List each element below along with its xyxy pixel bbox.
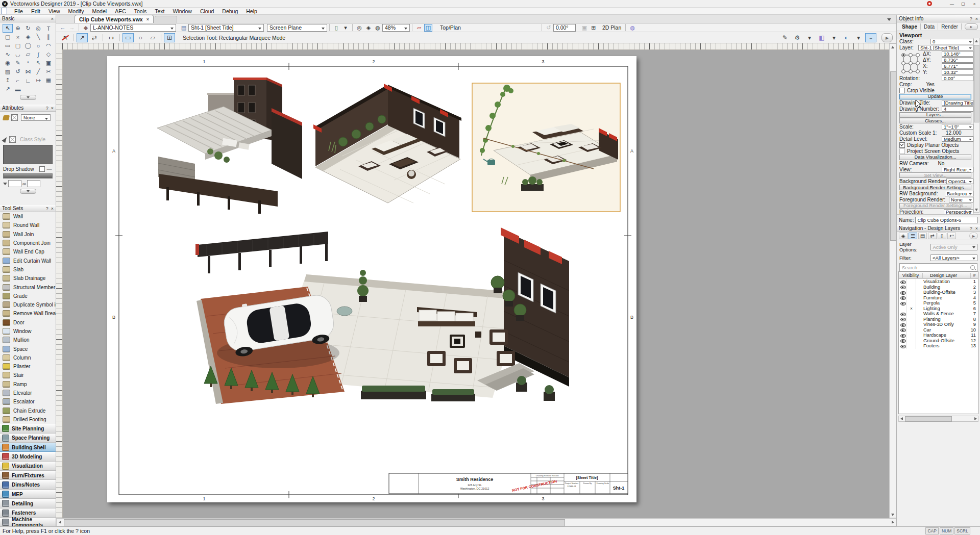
design-layer-column-header[interactable]: Design Layer bbox=[923, 273, 971, 278]
line-tool[interactable]: ╲ bbox=[33, 33, 43, 41]
visibility-toggle[interactable] bbox=[899, 279, 907, 285]
rotation-field[interactable]: 0.00° bbox=[942, 75, 973, 81]
scroll-down-icon[interactable] bbox=[973, 207, 979, 213]
drop-shadow-checkbox[interactable] bbox=[39, 166, 45, 172]
delete-vertex-tool[interactable]: × bbox=[13, 33, 23, 41]
menu-cloud[interactable]: Cloud bbox=[196, 8, 218, 14]
scroll-left-icon[interactable] bbox=[898, 416, 904, 422]
drawing-title-field[interactable]: [Drawing Title] bbox=[942, 100, 973, 106]
layer-row-building-offsite[interactable]: Building-Offsite3 bbox=[899, 290, 978, 295]
tool-component-join[interactable]: Component Join bbox=[0, 239, 56, 247]
category-mep[interactable]: MEP bbox=[0, 490, 56, 499]
nav-overflow-button[interactable]: ▸ bbox=[969, 233, 978, 239]
page-icon[interactable]: ▯ bbox=[332, 24, 340, 32]
horizontal-scrollbar[interactable] bbox=[56, 518, 896, 526]
move-by-points-icon[interactable]: ↦ bbox=[106, 33, 117, 42]
freehand-tool[interactable]: ∿ bbox=[3, 50, 13, 59]
clip-cube-icon[interactable]: ▱ bbox=[415, 24, 423, 32]
polygon-marquee-icon[interactable]: ▱ bbox=[147, 33, 158, 42]
rw-background-combo[interactable]: Backgrou... bbox=[945, 191, 973, 196]
help-icon[interactable]: ? bbox=[46, 106, 48, 111]
arc-tool[interactable]: ◠ bbox=[43, 41, 54, 50]
title-block[interactable]: Smith Residence 123 Any St. Washington, … bbox=[389, 473, 628, 494]
nav-viewports-icon[interactable]: ⇄ bbox=[928, 233, 937, 239]
x-field[interactable]: 6.771" bbox=[942, 63, 973, 69]
visibility-toggle[interactable] bbox=[899, 311, 907, 317]
split-tool[interactable]: ✂ bbox=[43, 67, 54, 76]
tool-edit-curtain-wall[interactable]: Edit Curtain Wall bbox=[0, 256, 56, 265]
visibility-toggle[interactable] bbox=[899, 285, 907, 290]
tool-door[interactable]: Door bbox=[0, 318, 56, 327]
menu-aec[interactable]: AEC bbox=[111, 8, 130, 14]
viewport-1-pergola-render[interactable] bbox=[157, 78, 302, 214]
move-by-points-tool[interactable]: ↗ bbox=[3, 85, 13, 93]
stack-order-column-header[interactable]: # bbox=[971, 273, 978, 278]
close-icon[interactable]: × bbox=[51, 16, 54, 21]
filter-combo[interactable]: <All Layers> bbox=[930, 254, 977, 261]
tool-wall[interactable]: Wall bbox=[0, 212, 56, 221]
close-icon[interactable]: × bbox=[51, 206, 54, 211]
polygon-tool[interactable]: ▱ bbox=[23, 50, 33, 59]
layer-combo[interactable]: Sht-1 [Sheet Title] bbox=[918, 45, 973, 50]
fill-style-combo[interactable]: None bbox=[21, 114, 51, 121]
layer-row-ground-offsite[interactable]: Ground-Offsite12 bbox=[899, 338, 978, 344]
search-input[interactable]: Search bbox=[899, 263, 977, 271]
data-visualization-button[interactable]: Data Visualization... bbox=[899, 155, 971, 160]
rotate-tool[interactable]: ↺ bbox=[13, 67, 23, 76]
tool-remove-wall-breaks[interactable]: Remove Wall Breaks bbox=[0, 309, 56, 318]
close-icon[interactable]: × bbox=[975, 226, 978, 231]
new-tab-stub[interactable] bbox=[155, 16, 177, 23]
layer-icon[interactable]: ▤ bbox=[180, 24, 188, 32]
tab-render[interactable]: Render bbox=[938, 23, 962, 30]
tool-duplicate-symbol-in-wall[interactable]: Duplicate Symbol in Wall bbox=[0, 300, 56, 309]
duplicate-along-path-tool[interactable]: ▬ bbox=[13, 85, 23, 93]
menu-file[interactable]: File bbox=[10, 8, 27, 14]
3d-locus-tool[interactable]: ◈ bbox=[23, 33, 33, 41]
update-button[interactable]: Update bbox=[899, 94, 971, 99]
menu-tools[interactable]: Tools bbox=[130, 8, 151, 14]
attribute-mapping-tool[interactable]: ▨ bbox=[3, 67, 13, 76]
vertical-scrollbar[interactable] bbox=[889, 43, 896, 518]
nav-references-icon[interactable]: ↩ bbox=[947, 233, 956, 239]
layer-row-footers[interactable]: Footers13 bbox=[899, 343, 978, 349]
help-icon[interactable]: ? bbox=[970, 226, 972, 231]
background-render-settings-button[interactable]: Background Render Settings... bbox=[899, 185, 971, 190]
menu-modify[interactable]: Modify bbox=[64, 8, 88, 14]
nav-saved-views-icon[interactable]: ▯ bbox=[938, 233, 946, 239]
visibility-toggle[interactable] bbox=[899, 306, 907, 312]
document-settings-arrow-icon[interactable]: ▾ bbox=[804, 33, 815, 42]
text-tool[interactable]: T bbox=[43, 24, 54, 33]
pen-pattern-box[interactable] bbox=[9, 136, 16, 143]
tab-shape[interactable]: Shape bbox=[899, 23, 921, 30]
rotate-plan-icon[interactable]: ↺ bbox=[545, 24, 553, 32]
visibility-toggle[interactable] bbox=[899, 322, 907, 327]
render-mode-icon[interactable]: ◒ bbox=[865, 33, 876, 42]
tool-pilaster[interactable]: Pilaster bbox=[0, 362, 56, 371]
interactive-scaling-icon[interactable]: ⊞ bbox=[164, 33, 175, 42]
pan-tool[interactable]: ⊕ bbox=[13, 24, 23, 33]
layer-options-combo[interactable]: Active Only bbox=[930, 244, 977, 250]
plan-rotation-arrow-icon[interactable]: ▾ bbox=[828, 33, 840, 42]
tool-window[interactable]: Window bbox=[0, 327, 56, 336]
oval-tool[interactable]: ○ bbox=[33, 41, 43, 50]
zoom-level-combo[interactable]: 48% bbox=[382, 24, 410, 32]
active-class-combo[interactable]: L-ANNO-NOTES bbox=[90, 24, 176, 32]
menu-help[interactable]: Help bbox=[242, 8, 261, 14]
tool-sets-palette-header[interactable]: Tool Sets ? × bbox=[0, 205, 56, 212]
menu-model[interactable]: Model bbox=[88, 8, 111, 14]
oi-scroll-thumb[interactable] bbox=[974, 45, 979, 122]
rounded-rectangle-tool[interactable]: ▢ bbox=[13, 41, 23, 50]
extend-tool[interactable]: ↦ bbox=[33, 76, 43, 85]
visibility-toggle[interactable] bbox=[899, 343, 907, 349]
dy-field[interactable]: 8.736" bbox=[942, 57, 973, 63]
tool-chain-extrude[interactable]: Chain Extrude bbox=[0, 406, 56, 415]
navigation-header[interactable]: Navigation - Design Layers ? × bbox=[897, 225, 980, 232]
magnifier-icon[interactable]: ◍ bbox=[374, 24, 382, 32]
mirror-tool[interactable]: ⋈ bbox=[23, 67, 33, 76]
object-info-header[interactable]: Object Info ? × bbox=[897, 15, 980, 22]
circle-tool[interactable]: ◯ bbox=[23, 41, 33, 50]
quarter-arc-tool[interactable]: ◡ bbox=[13, 50, 23, 59]
line-type-arrow-icon[interactable] bbox=[3, 183, 7, 185]
opacity-field[interactable] bbox=[27, 180, 40, 187]
rectangular-marquee-icon[interactable]: ▭ bbox=[122, 33, 134, 42]
